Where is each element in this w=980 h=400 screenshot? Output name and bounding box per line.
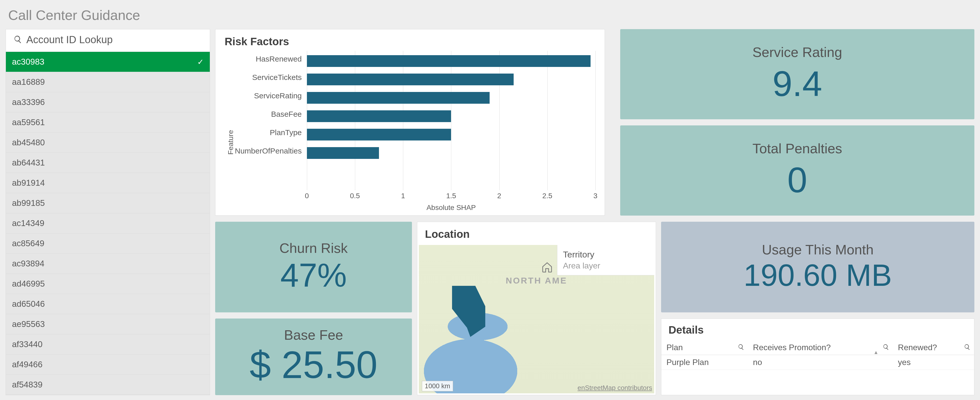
kpi-churn-risk[interactable]: Churn Risk 47%	[215, 222, 412, 313]
account-id: ab91914	[12, 178, 45, 188]
chart-bar[interactable]	[307, 92, 490, 104]
account-item[interactable]: af49466	[6, 354, 210, 375]
account-list[interactable]: ac30983✓aa16889aa33396aa59561ab45480ab64…	[6, 52, 210, 395]
account-item[interactable]: ad46995	[6, 274, 210, 294]
details-column-header[interactable]: Renewed?	[893, 340, 974, 355]
details-cell: no	[748, 355, 893, 370]
chart-tick-label: 2	[497, 192, 501, 200]
kpi-service-rating[interactable]: Service Rating 9.4	[620, 29, 974, 119]
account-lookup-header[interactable]: Account ID Lookup	[6, 29, 210, 52]
search-icon[interactable]	[964, 343, 970, 352]
kpi-base-fee[interactable]: Base Fee $ 25.50	[215, 319, 412, 395]
account-item[interactable]: ac30983✓	[6, 52, 210, 72]
chart-bar[interactable]	[307, 55, 590, 67]
details-cell: yes	[893, 355, 974, 370]
risk-factors-panel: Risk Factors Feature HasRenewedServiceTi…	[215, 29, 605, 216]
account-item[interactable]: aa59561	[6, 113, 210, 133]
account-id: ae95563	[12, 319, 45, 329]
location-panel: Location NORTH AME Territory Area layer …	[417, 222, 656, 395]
details-column-label: Plan	[667, 343, 683, 352]
chart-x-label: Absolute SHAP	[426, 203, 476, 212]
chart-category-label: HasRenewed	[235, 52, 305, 66]
kpi-base-fee-title: Base Fee	[215, 327, 412, 343]
chart-bar[interactable]	[307, 110, 451, 122]
account-item[interactable]: ad65046	[6, 294, 210, 314]
account-item[interactable]: ab64431	[6, 153, 210, 173]
kpi-churn-risk-title: Churn Risk	[215, 240, 412, 256]
account-lookup-label: Account ID Lookup	[26, 34, 113, 46]
kpi-usage-value: 190.60 MB	[661, 257, 974, 293]
location-title: Location	[417, 222, 656, 245]
account-id: aa33396	[12, 97, 45, 107]
account-item[interactable]: ac93894	[6, 254, 210, 274]
kpi-usage[interactable]: Usage This Month 190.60 MB	[661, 222, 974, 313]
details-title: Details	[661, 319, 974, 340]
chart-gridline	[595, 51, 596, 190]
details-panel: Details PlanReceives Promotion?▲Renewed?…	[661, 319, 974, 395]
chart-bar[interactable]	[307, 73, 514, 85]
kpi-service-rating-value: 9.4	[620, 63, 974, 105]
kpi-service-rating-title: Service Rating	[620, 44, 974, 63]
account-item[interactable]: ab91914	[6, 173, 210, 193]
chart-category-label: ServiceRating	[235, 89, 305, 103]
account-id: ac85649	[12, 238, 45, 248]
kpi-total-penalties[interactable]: Total Penalties 0	[620, 125, 974, 216]
account-id: af49466	[12, 360, 43, 369]
kpi-usage-title: Usage This Month	[661, 241, 974, 257]
account-item[interactable]: ab99185	[6, 193, 210, 213]
account-id: ac14349	[12, 218, 45, 228]
map-legend-title: Territory	[563, 249, 649, 260]
chart-tick-label: 2.5	[542, 192, 552, 200]
map-scale: 1000 km	[422, 381, 453, 391]
chart-bar[interactable]	[307, 129, 451, 140]
account-item[interactable]: af54839	[6, 375, 210, 395]
details-table[interactable]: PlanReceives Promotion?▲Renewed? Purple …	[661, 340, 974, 370]
details-column-header[interactable]: Plan	[661, 340, 748, 355]
page-title: Call Center Guidance	[0, 0, 980, 29]
risk-factors-chart[interactable]: Feature HasRenewedServiceTicketsServiceR…	[224, 48, 595, 213]
search-icon[interactable]	[883, 343, 889, 352]
account-item[interactable]: ac85649	[6, 233, 210, 254]
details-column-label: Receives Promotion?	[753, 343, 831, 352]
account-item[interactable]: ac14349	[6, 213, 210, 233]
account-id: aa59561	[12, 117, 45, 127]
check-icon: ✓	[197, 57, 204, 67]
sort-indicator-icon: ▲	[873, 349, 878, 355]
chart-bar[interactable]	[307, 147, 379, 159]
account-item[interactable]: ab45480	[6, 133, 210, 153]
chart-category-label: NumberOfPenalties	[235, 144, 305, 158]
account-id: af54839	[12, 380, 43, 389]
kpi-total-penalties-title: Total Penalties	[620, 140, 974, 159]
account-id: af33440	[12, 340, 43, 349]
search-icon	[14, 35, 22, 45]
account-item[interactable]: ae95563	[6, 314, 210, 334]
details-cell: Purple Plan	[661, 355, 748, 370]
details-column-label: Renewed?	[898, 343, 937, 352]
map[interactable]: NORTH AME Territory Area layer 1000 km e…	[419, 245, 654, 394]
map-legend: Territory Area layer	[557, 245, 654, 275]
account-id: ab99185	[12, 198, 45, 208]
chart-tick-label: 3	[593, 192, 597, 200]
kpi-total-penalties-value: 0	[620, 159, 974, 201]
search-icon[interactable]	[738, 343, 745, 352]
account-id: ad46995	[12, 279, 45, 289]
chart-category-label: PlanType	[235, 125, 305, 140]
account-id: ab45480	[12, 138, 45, 148]
details-row[interactable]: Purple Plannoyes	[661, 355, 974, 370]
account-id: ac30983	[12, 57, 45, 67]
chart-y-label: Feature	[224, 110, 235, 155]
account-item[interactable]: aa16889	[6, 72, 210, 92]
chart-category-label: ServiceTickets	[235, 70, 305, 84]
account-id: ac93894	[12, 259, 45, 268]
risk-factors-title: Risk Factors	[224, 35, 595, 48]
account-lookup-panel: Account ID Lookup ac30983✓aa16889aa33396…	[6, 29, 210, 395]
chart-tick-label: 0.5	[350, 192, 360, 200]
details-column-header[interactable]: Receives Promotion?▲	[748, 340, 893, 355]
kpi-base-fee-value: $ 25.50	[215, 343, 412, 387]
map-attribution[interactable]: enStreetMap contributors	[578, 384, 652, 392]
map-legend-subtitle: Area layer	[563, 260, 649, 270]
home-icon[interactable]	[541, 261, 553, 273]
account-item[interactable]: af33440	[6, 334, 210, 354]
account-item[interactable]: aa33396	[6, 92, 210, 113]
account-id: ab64431	[12, 158, 45, 168]
